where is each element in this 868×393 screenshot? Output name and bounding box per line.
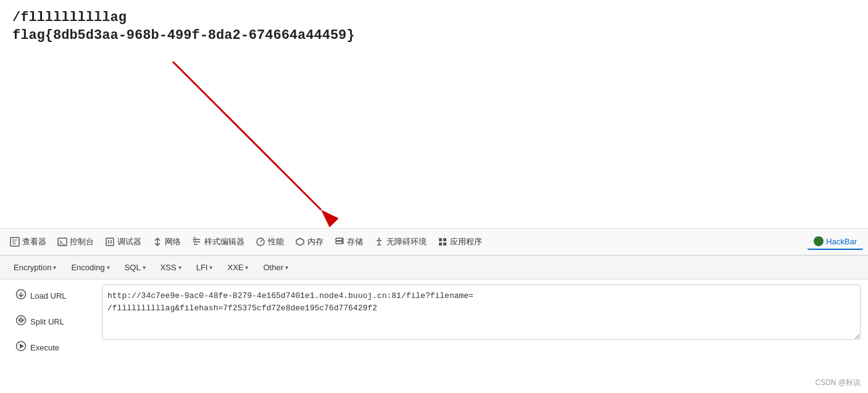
xss-arrow-icon: ▾ bbox=[178, 264, 182, 271]
network-label: 网络 bbox=[165, 236, 181, 247]
watermark: CSDN @秋说 bbox=[815, 378, 861, 388]
debugger-label: 调试器 bbox=[117, 236, 141, 247]
encoding-menu[interactable]: Encoding ▾ bbox=[65, 260, 115, 275]
action-buttons-group: Load URL Split URL bbox=[7, 284, 97, 358]
xss-label: XSS bbox=[161, 263, 177, 272]
svg-rect-14 bbox=[439, 242, 442, 246]
other-arrow-icon: ▾ bbox=[285, 264, 288, 271]
console-icon bbox=[57, 237, 67, 247]
svg-rect-4 bbox=[106, 238, 114, 246]
encryption-arrow-icon: ▾ bbox=[53, 264, 56, 271]
memory-icon bbox=[295, 237, 305, 247]
execute-button[interactable]: Execute bbox=[7, 336, 97, 358]
lfi-label: LFI bbox=[196, 263, 208, 272]
devtools-toolbar: 查看器 控制台 调试器 网络 bbox=[0, 228, 868, 255]
url-input-wrapper bbox=[102, 284, 861, 358]
devtools-style-btn[interactable]: {} 样式编辑器 bbox=[187, 234, 249, 250]
svg-rect-13 bbox=[443, 238, 446, 241]
svg-point-11 bbox=[378, 238, 380, 240]
hackbar-label: HackBar bbox=[826, 237, 857, 246]
hackbar-tab-btn[interactable]: HackBar bbox=[807, 234, 863, 250]
other-label: Other bbox=[263, 263, 283, 272]
url-textarea[interactable] bbox=[102, 284, 861, 340]
svg-point-9 bbox=[341, 239, 343, 240]
memory-label: 内存 bbox=[307, 236, 323, 247]
a11y-label: 无障碍环境 bbox=[386, 236, 427, 247]
sql-label: SQL bbox=[125, 263, 141, 272]
xxe-label: XXE bbox=[227, 263, 243, 272]
style-label: 样式编辑器 bbox=[204, 236, 244, 247]
devtools-console-btn[interactable]: 控制台 bbox=[52, 234, 99, 250]
inspector-icon bbox=[10, 237, 20, 247]
devtools-a11y-btn[interactable]: 无障碍环境 bbox=[369, 234, 432, 250]
svg-rect-15 bbox=[443, 242, 446, 246]
flag-line-1: /fllllllllllag bbox=[12, 10, 856, 25]
xxe-arrow-icon: ▾ bbox=[245, 264, 248, 271]
xxe-menu[interactable]: XXE ▾ bbox=[221, 260, 254, 275]
debugger-icon bbox=[105, 237, 115, 247]
devtools-inspector-btn[interactable]: 查看器 bbox=[5, 234, 51, 250]
lfi-arrow-icon: ▾ bbox=[209, 264, 212, 271]
svg-point-10 bbox=[341, 242, 343, 243]
encryption-label: Encryption bbox=[14, 263, 51, 272]
network-icon bbox=[152, 237, 162, 247]
devtools-debugger-btn[interactable]: 调试器 bbox=[100, 234, 146, 250]
load-url-icon bbox=[15, 289, 27, 302]
execute-label: Execute bbox=[30, 343, 59, 352]
svg-marker-19 bbox=[20, 344, 24, 349]
load-url-button[interactable]: Load URL bbox=[7, 284, 97, 307]
app-label: 应用程序 bbox=[450, 236, 482, 247]
perf-label: 性能 bbox=[268, 236, 284, 247]
split-url-button[interactable]: Split URL bbox=[7, 310, 97, 333]
svg-text:{}: {} bbox=[193, 237, 196, 242]
lfi-menu[interactable]: LFI ▾ bbox=[190, 260, 219, 275]
a11y-icon bbox=[374, 237, 384, 247]
devtools-network-btn[interactable]: 网络 bbox=[148, 234, 186, 250]
flag-line-2: flag{8db5d3aa-968b-499f-8da2-674664a4445… bbox=[12, 28, 856, 43]
hackbar-actions: Load URL Split URL bbox=[0, 279, 868, 363]
style-icon: {} bbox=[192, 237, 202, 247]
hackbar-panel: Encryption ▾ Encoding ▾ SQL ▾ XSS ▾ LFI … bbox=[0, 255, 868, 393]
svg-rect-12 bbox=[439, 238, 442, 241]
split-url-label: Split URL bbox=[30, 317, 64, 326]
encoding-label: Encoding bbox=[71, 263, 104, 272]
main-content: /fllllllllllag flag{8db5d3aa-968b-499f-8… bbox=[0, 0, 868, 228]
execute-icon bbox=[15, 341, 27, 354]
load-url-label: Load URL bbox=[30, 291, 67, 300]
sql-menu[interactable]: SQL ▾ bbox=[119, 260, 152, 275]
hackbar-menu-bar: Encryption ▾ Encoding ▾ SQL ▾ XSS ▾ LFI … bbox=[0, 256, 868, 279]
hackbar-dot-icon bbox=[814, 236, 824, 246]
devtools-app-btn[interactable]: 应用程序 bbox=[433, 234, 487, 250]
encoding-arrow-icon: ▾ bbox=[107, 264, 110, 271]
other-menu[interactable]: Other ▾ bbox=[257, 260, 294, 275]
xss-menu[interactable]: XSS ▾ bbox=[154, 260, 188, 275]
perf-icon bbox=[256, 237, 265, 247]
encryption-menu[interactable]: Encryption ▾ bbox=[7, 260, 62, 275]
devtools-memory-btn[interactable]: 内存 bbox=[290, 234, 328, 250]
inspector-label: 查看器 bbox=[22, 236, 46, 247]
split-url-icon bbox=[15, 315, 27, 328]
storage-label: 存储 bbox=[347, 236, 363, 247]
devtools-storage-btn[interactable]: 存储 bbox=[330, 234, 368, 250]
sql-arrow-icon: ▾ bbox=[143, 264, 146, 271]
app-icon bbox=[438, 237, 448, 247]
console-label: 控制台 bbox=[70, 236, 94, 247]
storage-icon bbox=[335, 237, 344, 247]
devtools-perf-btn[interactable]: 性能 bbox=[251, 234, 289, 250]
